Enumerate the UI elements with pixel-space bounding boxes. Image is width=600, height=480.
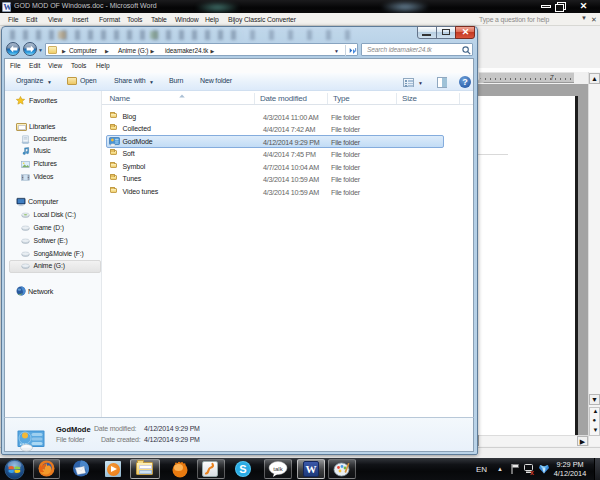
svg-text:x: x — [530, 469, 534, 476]
svg-text:S: S — [239, 463, 246, 475]
svg-text:talk: talk — [273, 466, 283, 472]
